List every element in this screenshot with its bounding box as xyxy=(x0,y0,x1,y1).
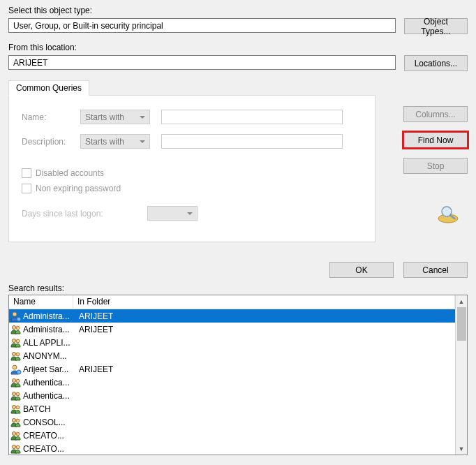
column-header-name[interactable]: Name xyxy=(9,295,73,309)
group-icon xyxy=(10,350,22,362)
table-row[interactable]: Authentica... xyxy=(9,389,455,402)
result-name: ANONYM... xyxy=(23,351,75,361)
group-icon xyxy=(10,377,22,388)
search-results-list: Name In Folder Administra...ARIJEETAdmin… xyxy=(8,295,468,455)
checkbox-icon xyxy=(22,184,31,193)
result-name: Arijeet Sar... xyxy=(23,364,75,374)
name-mode-value: Starts with xyxy=(85,112,124,122)
table-row[interactable]: Arijeet Sar...ARIJEET xyxy=(9,362,455,376)
result-folder: ARIJEET xyxy=(75,311,113,321)
result-name: Authentica... xyxy=(23,378,75,388)
table-row[interactable]: Authentica... xyxy=(9,376,455,389)
table-row[interactable]: CONSOL... xyxy=(9,415,455,429)
location-input[interactable] xyxy=(8,55,396,70)
table-row[interactable]: CREATO... xyxy=(9,429,455,442)
search-results-label: Search results: xyxy=(8,283,468,293)
find-now-button[interactable]: Find Now xyxy=(403,132,468,148)
result-folder: ARIJEET xyxy=(75,364,113,374)
non-expiring-password-label: Non expiring password xyxy=(36,184,121,193)
column-header-infolder[interactable]: In Folder xyxy=(73,295,455,309)
table-row[interactable]: ANONYM... xyxy=(9,349,455,362)
table-row[interactable]: CREATO... xyxy=(9,442,455,455)
search-icon xyxy=(437,205,462,226)
non-expiring-password-checkbox[interactable]: Non expiring password xyxy=(22,184,362,193)
group-icon xyxy=(10,443,22,455)
user-icon xyxy=(10,311,22,322)
days-since-last-logon-select[interactable] xyxy=(147,206,198,221)
group-icon xyxy=(10,417,22,428)
results-scrollbar[interactable]: ▲ ▼ xyxy=(455,295,467,455)
name-input[interactable] xyxy=(161,110,343,124)
object-types-button[interactable]: Object Types... xyxy=(404,18,468,34)
common-queries-panel: Common Queries Name: Starts with Descrip… xyxy=(8,95,375,242)
name-mode-select[interactable]: Starts with xyxy=(80,110,150,124)
stop-button[interactable]: Stop xyxy=(403,158,468,174)
table-row[interactable]: BATCH xyxy=(9,402,455,415)
tab-common-queries[interactable]: Common Queries xyxy=(8,80,89,96)
object-type-input[interactable] xyxy=(8,18,396,33)
group-icon xyxy=(10,430,22,441)
scroll-down-icon: ▼ xyxy=(456,443,467,455)
result-name: Authentica... xyxy=(23,391,75,401)
user-icon xyxy=(10,364,22,375)
result-name: BATCH xyxy=(23,404,75,414)
days-since-last-logon-label: Days since last logon: xyxy=(22,209,147,219)
scroll-thumb[interactable] xyxy=(457,307,466,341)
result-name: CREATO... xyxy=(23,431,75,441)
description-mode-select[interactable]: Starts with xyxy=(80,134,150,149)
table-row[interactable]: Administra...ARIJEET xyxy=(9,309,455,323)
group-icon xyxy=(10,324,22,335)
result-name: CREATO... xyxy=(23,444,75,454)
name-label: Name: xyxy=(22,112,80,122)
disabled-accounts-label: Disabled accounts xyxy=(36,168,104,178)
group-icon xyxy=(10,390,22,401)
locations-button[interactable]: Locations... xyxy=(404,55,468,71)
table-row[interactable]: ALL APPLI... xyxy=(9,336,455,349)
group-icon xyxy=(10,404,22,415)
checkbox-icon xyxy=(22,168,31,178)
result-name: ALL APPLI... xyxy=(23,338,75,348)
ok-button[interactable]: OK xyxy=(329,262,394,278)
result-name: CONSOL... xyxy=(23,418,75,427)
description-label: Description: xyxy=(22,137,80,147)
from-location-label: From this location: xyxy=(8,43,468,52)
table-row[interactable]: Administra...ARIJEET xyxy=(9,323,455,336)
result-name: Administra... xyxy=(23,325,75,334)
result-name: Administra... xyxy=(23,311,75,321)
select-object-type-label: Select this object type: xyxy=(8,6,468,15)
cancel-button[interactable]: Cancel xyxy=(403,262,468,278)
disabled-accounts-checkbox[interactable]: Disabled accounts xyxy=(22,168,362,178)
description-input[interactable] xyxy=(161,134,343,149)
group-icon xyxy=(10,337,22,348)
result-folder: ARIJEET xyxy=(75,325,113,334)
scroll-up-icon: ▲ xyxy=(456,295,467,307)
columns-button[interactable]: Columns... xyxy=(403,106,468,122)
description-mode-value: Starts with xyxy=(85,137,124,147)
